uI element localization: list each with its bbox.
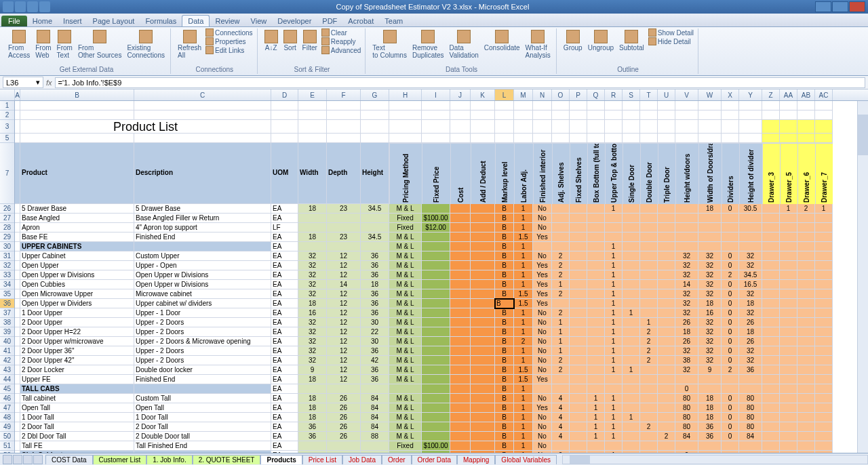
cell[interactable] — [450, 346, 471, 356]
cell[interactable]: 34.5 — [739, 270, 762, 280]
cell[interactable] — [422, 134, 450, 143]
ribbon-subitem[interactable]: Edit Links — [205, 46, 253, 54]
cell[interactable] — [675, 101, 698, 110]
cell[interactable]: 26 — [327, 422, 361, 432]
cell[interactable] — [815, 120, 833, 134]
cell[interactable]: 0 — [675, 384, 698, 394]
cell[interactable]: EA — [271, 318, 298, 327]
cell[interactable]: 1 — [514, 403, 533, 413]
col-header-AB[interactable]: AB — [797, 89, 815, 100]
col-header-A[interactable]: A — [15, 89, 20, 100]
cell[interactable] — [797, 214, 815, 223]
cell[interactable]: Upper - 2 Doors — [134, 318, 271, 327]
cell[interactable] — [815, 384, 833, 394]
cell[interactable]: Yes — [533, 280, 552, 289]
cell[interactable]: 32 — [698, 261, 722, 270]
cell[interactable] — [298, 441, 327, 451]
cell[interactable] — [422, 394, 450, 403]
cell[interactable] — [514, 110, 533, 120]
cell[interactable] — [739, 110, 762, 120]
cell[interactable]: EA — [271, 280, 298, 289]
cell[interactable] — [471, 375, 495, 384]
cell[interactable]: 32 — [698, 346, 722, 356]
cell[interactable]: EA — [271, 422, 298, 432]
cell[interactable] — [739, 214, 762, 223]
cell[interactable]: 84 — [739, 432, 762, 441]
cell[interactable]: M & L — [389, 251, 422, 261]
cell[interactable] — [471, 308, 495, 318]
cell[interactable]: EA — [271, 327, 298, 337]
cell[interactable]: Height w/doors — [675, 143, 698, 204]
cell[interactable] — [815, 318, 833, 327]
cell[interactable] — [450, 280, 471, 289]
cell[interactable]: Drawer_7 — [815, 143, 833, 204]
cell[interactable] — [739, 134, 762, 143]
cell[interactable]: 1 — [514, 251, 533, 261]
cell[interactable]: 18 — [298, 299, 327, 308]
cell[interactable] — [722, 441, 739, 451]
ribbon-button[interactable]: ExistingConnections — [125, 28, 166, 60]
cell[interactable] — [471, 134, 495, 143]
cell[interactable] — [471, 204, 495, 214]
cell[interactable] — [471, 242, 495, 251]
cell[interactable] — [658, 451, 675, 453]
cell[interactable] — [762, 413, 780, 422]
cell[interactable]: EA — [271, 308, 298, 318]
cell[interactable] — [797, 280, 815, 289]
cell[interactable] — [552, 134, 570, 143]
cell[interactable] — [450, 134, 471, 143]
cell[interactable]: 26 — [739, 318, 762, 327]
chevron-down-icon[interactable]: ▾ — [36, 78, 40, 87]
row-header-2[interactable]: 2 — [0, 110, 14, 120]
cell[interactable] — [471, 120, 495, 134]
cell[interactable]: 0 — [722, 413, 739, 422]
cell[interactable]: EA — [271, 289, 298, 299]
cell[interactable] — [797, 318, 815, 327]
cell[interactable] — [797, 403, 815, 413]
col-header-E[interactable]: E — [298, 89, 327, 100]
cell[interactable]: 1 — [514, 223, 533, 232]
cell[interactable] — [587, 101, 605, 110]
cell[interactable] — [815, 451, 833, 453]
cell[interactable]: Custom Tall — [134, 394, 271, 403]
cell[interactable]: 32 — [739, 251, 762, 261]
cell[interactable]: 1 — [514, 204, 533, 214]
cell[interactable]: 80 — [675, 422, 698, 432]
cell[interactable]: EA — [271, 375, 298, 384]
cell[interactable] — [450, 441, 471, 451]
cell[interactable] — [780, 232, 797, 242]
cell[interactable]: Dividers — [722, 143, 739, 204]
cell[interactable] — [587, 120, 605, 134]
cell[interactable]: B — [495, 365, 514, 375]
cell[interactable] — [623, 223, 640, 232]
cell[interactable]: 30 — [361, 337, 389, 346]
cell[interactable] — [570, 337, 587, 346]
row-header-32[interactable]: 32 — [0, 261, 14, 270]
cell[interactable] — [658, 242, 675, 251]
cell[interactable]: 36 — [361, 270, 389, 280]
cell[interactable] — [450, 270, 471, 280]
cell[interactable]: LF — [271, 223, 298, 232]
cell[interactable]: 26 — [675, 337, 698, 346]
cell[interactable] — [780, 422, 797, 432]
cell[interactable] — [533, 101, 552, 110]
cell[interactable]: 1 — [605, 299, 623, 308]
cell[interactable]: Labor Adj. — [514, 143, 533, 204]
cell[interactable]: 18 — [698, 394, 722, 403]
cell[interactable] — [797, 365, 815, 375]
cell[interactable] — [640, 413, 658, 422]
cell[interactable]: No — [533, 308, 552, 318]
cell[interactable]: EA — [271, 346, 298, 356]
cell[interactable] — [533, 384, 552, 394]
cell[interactable] — [797, 384, 815, 394]
row-header-29[interactable]: 29 — [0, 232, 14, 242]
file-tab[interactable]: File — [1, 16, 27, 26]
cell[interactable] — [450, 308, 471, 318]
ribbon-button[interactable]: Sort — [282, 28, 298, 53]
cell[interactable] — [15, 327, 20, 337]
cell[interactable] — [327, 120, 361, 134]
cell[interactable]: 26 — [675, 318, 698, 327]
cell[interactable] — [471, 432, 495, 441]
cell[interactable] — [762, 242, 780, 251]
cell[interactable] — [422, 384, 450, 394]
